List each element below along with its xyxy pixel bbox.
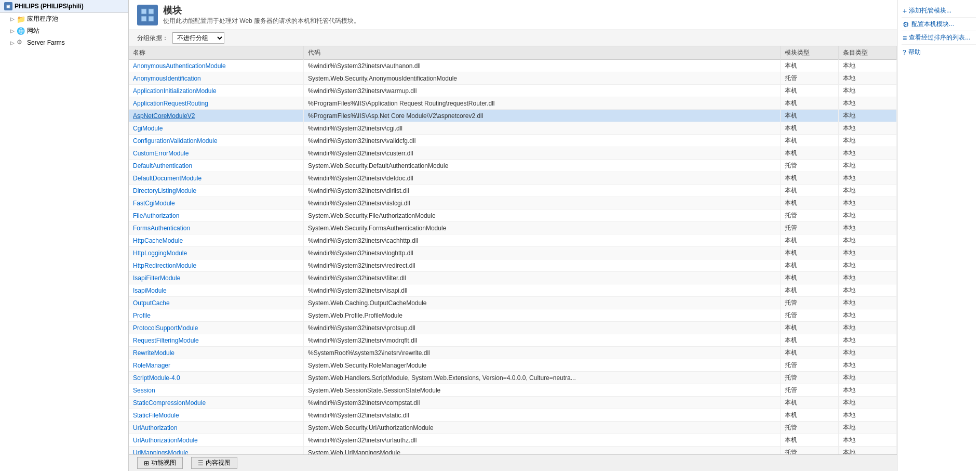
table-row[interactable]: IsapiFilterModule%windir%\System32\inets… xyxy=(129,272,897,284)
table-row[interactable]: DirectoryListingModule%windir%\System32\… xyxy=(129,185,897,197)
content-view-button[interactable]: ☰ 内容视图 xyxy=(191,457,237,469)
table-row[interactable]: CgiModule%windir%\System32\inetsrv\cgi.d… xyxy=(129,122,897,135)
cell-code: System.Web.Security.RoleManagerModule xyxy=(303,359,780,372)
svg-rect-0 xyxy=(141,9,146,14)
globe-icon: 🌐 xyxy=(17,27,25,35)
header: 模块 使用此功能配置用于处理对 Web 服务器的请求的本机和托管代码模块。 xyxy=(129,0,897,30)
sidebar-root-label: PHILIPS (PHILIPS\phili) xyxy=(15,3,84,10)
table-row[interactable]: AspNetCoreModuleV2%ProgramFiles%\IIS\Asp… xyxy=(129,110,897,122)
col-entry: 条目类型 xyxy=(838,46,896,60)
cell-name: FormsAuthentication xyxy=(129,222,303,234)
table-row[interactable]: ProfileSystem.Web.Profile.ProfileModule托… xyxy=(129,309,897,322)
add-icon: + xyxy=(903,7,907,15)
svg-rect-3 xyxy=(149,16,154,21)
table-row[interactable]: HttpRedirectionModule%windir%\System32\i… xyxy=(129,259,897,272)
table-row[interactable]: RoleManagerSystem.Web.Security.RoleManag… xyxy=(129,359,897,372)
cell-type: 托管 xyxy=(781,210,839,222)
cell-entry: 本地 xyxy=(838,110,896,122)
cell-entry: 本地 xyxy=(838,122,896,135)
add-managed-module-action[interactable]: + 添加托管模块... xyxy=(902,4,976,18)
table-row[interactable]: UrlMappingsModuleSystem.Web.UrlMappingsM… xyxy=(129,447,897,455)
cell-entry: 本地 xyxy=(838,322,896,334)
table-row[interactable]: StaticCompressionModule%windir%\System32… xyxy=(129,397,897,409)
table-row[interactable]: ApplicationInitializationModule%windir%\… xyxy=(129,85,897,97)
table-row[interactable]: HttpLoggingModule%windir%\System32\inets… xyxy=(129,247,897,259)
cell-name: CustomErrorModule xyxy=(129,147,303,160)
sidebar-item-apppool[interactable]: ▷ 📁 应用程序池 xyxy=(0,13,128,25)
cell-code: %windir%\System32\inetsrv\dirlist.dll xyxy=(303,185,780,197)
group-select[interactable]: 不进行分组 xyxy=(172,32,224,44)
cell-entry: 本地 xyxy=(838,334,896,347)
table-row[interactable]: ProtocolSupportModule%windir%\System32\i… xyxy=(129,322,897,334)
cell-entry: 本地 xyxy=(838,172,896,185)
cell-type: 本机 xyxy=(781,122,839,135)
sidebar-item-website-label: 网站 xyxy=(27,27,39,35)
cell-name: ProtocolSupportModule xyxy=(129,322,303,334)
table-row[interactable]: HttpCacheModule%windir%\System32\inetsrv… xyxy=(129,234,897,247)
table-row[interactable]: RewriteModule%SystemRoot%\system32\inets… xyxy=(129,347,897,359)
cell-code: %windir%\System32\inetsrv\modrqflt.dll xyxy=(303,334,780,347)
cell-entry: 本地 xyxy=(838,72,896,85)
table-row[interactable]: SessionSystem.Web.SessionState.SessionSt… xyxy=(129,384,897,397)
cell-entry: 本地 xyxy=(838,60,896,72)
table-row[interactable]: OutputCacheSystem.Web.Caching.OutputCach… xyxy=(129,297,897,309)
table-row[interactable]: DefaultDocumentModule%windir%\System32\i… xyxy=(129,172,897,185)
cell-entry: 本地 xyxy=(838,272,896,284)
cell-entry: 本地 xyxy=(838,372,896,384)
feature-view-button[interactable]: ⊞ 功能视图 xyxy=(137,457,183,469)
cell-name: IsapiModule xyxy=(129,284,303,297)
table-row[interactable]: IsapiModule%windir%\System32\inetsrv\isa… xyxy=(129,284,897,297)
table-row[interactable]: ScriptModule-4.0System.Web.Handlers.Scri… xyxy=(129,372,897,384)
table-row[interactable]: ApplicationRequestRouting%ProgramFiles%\… xyxy=(129,97,897,110)
cell-code: System.Web.Handlers.ScriptModule, System… xyxy=(303,372,780,384)
sidebar-item-website[interactable]: ▷ 🌐 网站 xyxy=(0,25,128,37)
cell-name: UrlAuthorizationModule xyxy=(129,434,303,447)
cell-code: System.Web.Security.FileAuthorizationMod… xyxy=(303,210,780,222)
add-managed-module-label: 添加托管模块... xyxy=(909,6,951,15)
table-row[interactable]: RequestFilteringModule%windir%\System32\… xyxy=(129,334,897,347)
cell-code: %ProgramFiles%\IIS\Asp.Net Core Module\V… xyxy=(303,110,780,122)
table-row[interactable]: AnonymousIdentificationSystem.Web.Securi… xyxy=(129,72,897,85)
cell-name: HttpCacheModule xyxy=(129,234,303,247)
cell-entry: 本地 xyxy=(838,309,896,322)
configure-native-module-action[interactable]: ⚙ 配置本机模块... xyxy=(902,18,976,31)
table-row[interactable]: StaticFileModule%windir%\System32\inetsr… xyxy=(129,409,897,422)
toolbar: 分组依据： 不进行分组 xyxy=(129,30,897,46)
group-label: 分组依据： xyxy=(137,34,168,43)
cell-name: DefaultDocumentModule xyxy=(129,172,303,185)
cell-type: 本机 xyxy=(781,247,839,259)
cell-entry: 本地 xyxy=(838,347,896,359)
cell-name: ConfigurationValidationModule xyxy=(129,135,303,147)
table-row[interactable]: UrlAuthorizationModule%windir%\System32\… xyxy=(129,434,897,447)
table-row[interactable]: AnonymousAuthenticationModule%windir%\Sy… xyxy=(129,60,897,72)
cell-code: %windir%\System32\inetsrv\isapi.dll xyxy=(303,284,780,297)
cell-code: %windir%\System32\inetsrv\loghttp.dll xyxy=(303,247,780,259)
svg-rect-2 xyxy=(141,16,146,21)
cell-type: 托管 xyxy=(781,297,839,309)
cell-type: 本机 xyxy=(781,284,839,297)
table-row[interactable]: FileAuthorizationSystem.Web.Security.Fil… xyxy=(129,210,897,222)
table-row[interactable]: FastCgiModule%windir%\System32\inetsrv\i… xyxy=(129,197,897,210)
table-row[interactable]: UrlAuthorizationSystem.Web.Security.UrlA… xyxy=(129,422,897,434)
table-row[interactable]: FormsAuthenticationSystem.Web.Security.F… xyxy=(129,222,897,234)
cell-code: %windir%\System32\inetsrv\validcfg.dll xyxy=(303,135,780,147)
cell-type: 本机 xyxy=(781,60,839,72)
header-text: 模块 使用此功能配置用于处理对 Web 服务器的请求的本机和托管代码模块。 xyxy=(163,4,360,25)
table-row[interactable]: CustomErrorModule%windir%\System32\inets… xyxy=(129,147,897,160)
cell-code: %windir%\System32\inetsrv\filter.dll xyxy=(303,272,780,284)
expand-icon-website: ▷ xyxy=(10,28,15,34)
view-ordered-list-action[interactable]: ≡ 查看经过排序的列表... xyxy=(902,31,976,45)
table-row[interactable]: ConfigurationValidationModule%windir%\Sy… xyxy=(129,135,897,147)
cell-code: %windir%\System32\inetsrv\static.dll xyxy=(303,409,780,422)
sidebar-item-serverfarms[interactable]: ▷ ⚙ Server Farms xyxy=(0,37,128,48)
folder-icon: 📁 xyxy=(17,15,25,23)
cell-entry: 本地 xyxy=(838,147,896,160)
cell-name: AnonymousAuthenticationModule xyxy=(129,60,303,72)
cell-type: 本机 xyxy=(781,347,839,359)
table-row[interactable]: DefaultAuthenticationSystem.Web.Security… xyxy=(129,160,897,172)
content-view-icon: ☰ xyxy=(198,460,204,467)
bottom-bar: ⊞ 功能视图 ☰ 内容视图 xyxy=(129,454,897,471)
help-action[interactable]: ? 帮助 xyxy=(902,45,976,60)
list-icon: ≡ xyxy=(903,34,907,42)
right-panel: + 添加托管模块... ⚙ 配置本机模块... ≡ 查看经过排序的列表... ?… xyxy=(897,0,980,471)
